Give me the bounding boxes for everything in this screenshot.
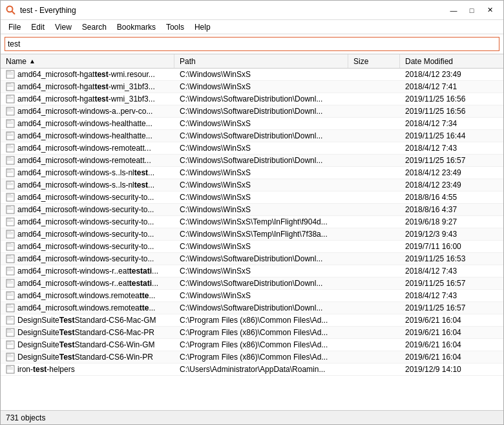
table-row[interactable]: amd64_microsoft-windows-a..perv-co...C:\… <box>1 105 503 118</box>
svg-rect-24 <box>7 134 13 135</box>
svg-rect-36 <box>7 171 13 171</box>
table-row[interactable]: amd64_microsoft-windows-security-to...C:… <box>1 241 503 253</box>
svg-rect-53 <box>7 221 13 222</box>
svg-rect-5 <box>7 74 13 74</box>
svg-rect-99 <box>7 366 11 367</box>
svg-rect-61 <box>7 246 13 246</box>
svg-rect-33 <box>7 160 13 160</box>
svg-rect-37 <box>7 172 13 173</box>
svg-rect-16 <box>7 109 13 110</box>
table-row[interactable]: DesignSuiteTestStandard-CS6-Win-PRC:\Pro… <box>1 351 503 364</box>
table-row[interactable]: amd64_microsoft.windows.remoteatte...C:\… <box>1 302 503 314</box>
svg-rect-39 <box>7 182 11 182</box>
maximize-button[interactable]: □ <box>463 5 480 16</box>
results-list[interactable]: amd64_microsoft-hgattest-wmi.resour...C:… <box>1 69 503 410</box>
table-row[interactable]: amd64_microsoft-hgattest-wmi_31bf3...C:\… <box>1 81 503 93</box>
search-bar <box>1 34 503 54</box>
table-row[interactable]: DesignSuiteTestStandard-CS6-Mac-GMC:\Pro… <box>1 314 503 327</box>
svg-rect-21 <box>7 123 13 124</box>
svg-rect-44 <box>7 195 13 196</box>
col-header-path[interactable]: Path <box>174 54 348 68</box>
table-row[interactable]: amd64_microsoft-windows-security-to...C:… <box>1 228 503 241</box>
file-icon <box>6 328 15 337</box>
menu-bookmarks[interactable]: Bookmarks <box>112 21 161 32</box>
svg-line-1 <box>12 11 16 14</box>
svg-rect-41 <box>7 184 13 185</box>
menu-help[interactable]: Help <box>189 21 216 32</box>
file-icon <box>6 131 15 140</box>
menu-search[interactable]: Search <box>77 21 112 32</box>
search-input[interactable] <box>5 37 499 51</box>
highlight-text: testati <box>129 279 152 288</box>
table-row[interactable]: amd64_microsoft-windows-healthatte...C:\… <box>1 130 503 142</box>
file-icon <box>6 70 15 79</box>
table-row[interactable]: amd64_microsoft-windows-healthatte...C:\… <box>1 118 503 130</box>
table-row[interactable]: amd64_microsoft-windows-r..eattestati...… <box>1 278 503 290</box>
file-icon <box>6 168 15 177</box>
file-icon <box>6 94 15 104</box>
col-header-date[interactable]: Date Modified <box>400 54 503 68</box>
file-icon <box>6 291 15 300</box>
menu-edit[interactable]: Edit <box>26 21 50 32</box>
col-header-name[interactable]: Name ▲ <box>1 54 174 68</box>
table-row[interactable]: amd64_microsoft-windows-remoteatt...C:\W… <box>1 155 503 167</box>
svg-rect-8 <box>7 85 13 85</box>
svg-rect-32 <box>7 158 13 159</box>
file-icon <box>6 119 15 128</box>
table-row[interactable]: amd64_microsoft-windows-security-to...C:… <box>1 204 503 216</box>
table-row[interactable]: amd64_microsoft-hgattest-wmi_31bf3...C:\… <box>1 93 503 105</box>
svg-rect-35 <box>7 169 11 170</box>
svg-rect-40 <box>7 183 13 184</box>
table-row[interactable]: amd64_microsoft-hgattest-wmi.resour...C:… <box>1 69 503 81</box>
svg-rect-68 <box>7 269 13 270</box>
svg-rect-101 <box>7 369 13 369</box>
table-row[interactable]: iron-test-helpersC:\Users\Administrator\… <box>1 364 503 376</box>
table-row[interactable]: amd64_microsoft-windows-security-to...C:… <box>1 216 503 228</box>
menu-tools[interactable]: Tools <box>161 21 189 32</box>
highlight-text: Test <box>59 328 75 337</box>
svg-rect-95 <box>7 354 11 354</box>
highlight-text: test <box>94 82 108 91</box>
svg-rect-57 <box>7 234 13 234</box>
highlight-text: test <box>134 180 148 190</box>
table-row[interactable]: amd64_microsoft-windows-remoteatt...C:\W… <box>1 142 503 155</box>
svg-rect-55 <box>7 231 11 232</box>
svg-rect-81 <box>7 307 13 308</box>
svg-rect-64 <box>7 257 13 257</box>
minimize-button[interactable]: — <box>445 5 462 16</box>
table-row[interactable]: amd64_microsoft-windows-s..ls-nltest...C… <box>1 167 503 179</box>
svg-rect-76 <box>7 294 13 294</box>
file-icon <box>6 254 15 263</box>
file-icon <box>6 82 15 91</box>
title-bar-controls: — □ ✕ <box>445 5 498 16</box>
svg-rect-59 <box>7 243 11 244</box>
highlight-text: Test <box>59 316 75 325</box>
menu-file[interactable]: File <box>3 21 26 32</box>
svg-rect-72 <box>7 281 13 282</box>
table-row[interactable]: amd64_microsoft-windows-security-to...C:… <box>1 253 503 265</box>
svg-rect-23 <box>7 133 11 133</box>
svg-rect-73 <box>7 283 13 283</box>
col-header-size[interactable]: Size <box>348 54 400 68</box>
svg-rect-92 <box>7 343 13 343</box>
table-row[interactable]: amd64_microsoft.windows.remoteatte...C:\… <box>1 290 503 302</box>
table-row[interactable]: DesignSuiteTestStandard-CS6-Mac-PRC:\Pro… <box>1 327 503 339</box>
sort-arrow-name: ▲ <box>29 58 36 65</box>
window-title: test - Everything <box>20 6 76 15</box>
menu-view[interactable]: View <box>50 21 77 32</box>
status-text: 731 objects <box>6 413 45 422</box>
svg-rect-17 <box>7 111 13 111</box>
file-icon <box>6 107 15 116</box>
svg-rect-27 <box>7 145 11 146</box>
table-row[interactable]: DesignSuiteTestStandard-CS6-Win-GMC:\Pro… <box>1 339 503 351</box>
table-row[interactable]: amd64_microsoft-windows-s..ls-nltest...C… <box>1 179 503 191</box>
file-icon <box>6 340 15 349</box>
svg-rect-85 <box>7 320 13 320</box>
svg-rect-31 <box>7 157 11 158</box>
close-button[interactable]: ✕ <box>481 5 498 16</box>
table-row[interactable]: amd64_microsoft-windows-security-to...C:… <box>1 191 503 204</box>
file-icon <box>6 267 15 276</box>
svg-rect-51 <box>7 219 11 219</box>
svg-rect-60 <box>7 245 13 245</box>
table-row[interactable]: amd64_microsoft-windows-r..eattestati...… <box>1 265 503 278</box>
